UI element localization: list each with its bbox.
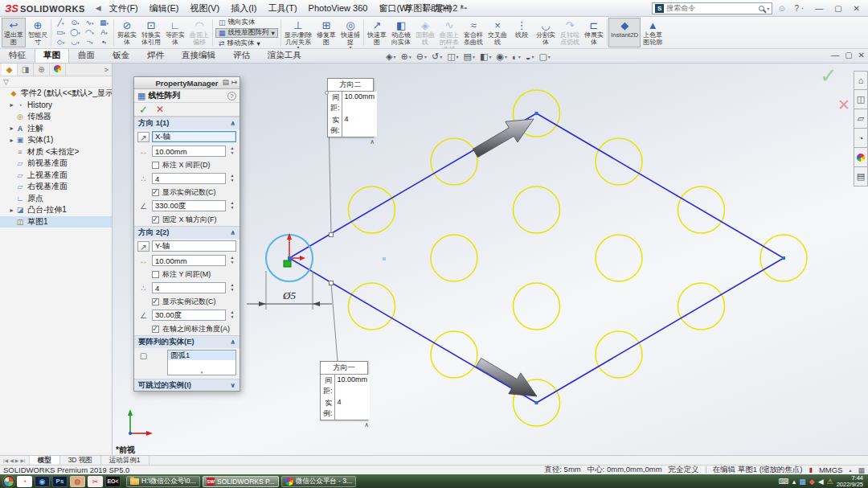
tree-item[interactable]: ▸▣实体(1) (0, 134, 112, 146)
file-explorer-icon[interactable]: ▱ (854, 109, 868, 129)
tool-caret-icon[interactable]: ▾ (107, 21, 109, 26)
tree-item[interactable]: ▸◔History (0, 100, 112, 112)
caret-icon[interactable]: ▾ (531, 54, 534, 59)
direction1-spacing-field[interactable]: 10.00mm (152, 146, 226, 157)
tool-caret-icon[interactable]: ▾ (77, 21, 80, 26)
leader-handle[interactable] (330, 281, 334, 285)
taskbar-window-solidworks[interactable]: SWSOLIDWORKS P... (203, 476, 279, 487)
tab-评估[interactable]: 评估 (224, 47, 259, 63)
ribbon-button[interactable]: ⊕智能尺 寸 (26, 18, 50, 47)
ribbon-button[interactable]: ⋮线段 (510, 18, 534, 47)
tool-caret-icon[interactable]: ▾ (257, 39, 260, 47)
direction2-count-field[interactable]: 4 (152, 282, 226, 293)
tool-caret-icon[interactable]: ▾ (78, 31, 80, 35)
pm-help-icon[interactable]: ? (227, 92, 236, 100)
ribbon-button[interactable]: ⊏伸展实 体 (582, 18, 606, 47)
previous-view-icon[interactable]: ↺▾ (430, 51, 444, 62)
expand-arrow-icon[interactable]: ▸ (8, 125, 15, 132)
angle-between-checkbox[interactable] (152, 326, 159, 333)
ribbon-button[interactable]: ◫镜向实体 (215, 18, 278, 27)
origin-anchor-icon[interactable] (284, 260, 291, 267)
tab-特征[interactable]: 特征 (0, 47, 35, 63)
tray-network-icon[interactable]: ⚠ (827, 478, 833, 486)
tab-featuremanager[interactable]: ◆ (2, 64, 18, 76)
doc-restore-icon[interactable]: ▢ (845, 51, 852, 59)
close-icon[interactable]: ✕ (850, 4, 863, 13)
menu-item[interactable]: 插入(I) (225, 2, 262, 14)
ribbon-button[interactable]: ⊥显示/删除 几何关系▾ (282, 18, 314, 47)
status-units[interactable]: MMGS (819, 465, 843, 474)
menu-collapse-icon[interactable]: ◀ (96, 4, 101, 12)
direction2-header[interactable]: 方向 2(2)∧ (134, 227, 240, 239)
show-count2-checkbox[interactable] (152, 298, 159, 306)
origin-point[interactable] (288, 256, 292, 260)
callout-row-value[interactable]: 4 (342, 114, 378, 137)
tool-caret-icon[interactable]: ▾ (63, 40, 65, 45)
entities-header[interactable]: 要阵列的实体(E)∧ (134, 336, 240, 348)
sketch-entity-tool-icon[interactable]: ⊙▾ (68, 18, 82, 27)
dimension-text[interactable]: Ø5 (282, 289, 296, 301)
taskbar-window-browser-wheel[interactable]: 微信公众平台 - 3... (281, 476, 356, 487)
caret-icon[interactable]: ▾ (489, 54, 491, 59)
tool-caret-icon[interactable]: ▾ (91, 40, 93, 45)
tree-item[interactable]: ▸A注解 (0, 123, 112, 135)
photoshop-icon[interactable]: Ps (52, 476, 68, 487)
model-tab-model[interactable]: 模型 (30, 456, 60, 465)
model-tab-3d-views[interactable]: 3D 视图 (60, 456, 101, 465)
tool-caret-icon[interactable]: ▾ (104, 40, 107, 45)
pattern-direction-arrow[interactable] (476, 358, 537, 396)
caret-icon[interactable]: ▾ (473, 54, 475, 59)
tool-caret-icon[interactable]: ▾ (63, 31, 66, 35)
callout-row-value[interactable]: 10.00mm (334, 375, 371, 397)
ribbon-button[interactable]: ↩退出草 图 (2, 18, 26, 47)
tab-钣金[interactable]: 钣金 (104, 47, 138, 63)
fix-x-axis-checkbox[interactable] (152, 216, 159, 223)
caret-icon[interactable]: ▾ (440, 54, 442, 59)
callout-direction1[interactable]: 方向一 间距:10.00mm实例:4 ∧ (320, 361, 368, 420)
callout-attach-handle[interactable] (325, 91, 329, 95)
ribbon-button[interactable]: ⊞修复草 图 (314, 18, 338, 47)
menu-item[interactable]: PhotoView 360 (303, 2, 374, 14)
ribbon-button[interactable]: ◡分割实 体 (534, 18, 558, 47)
pattern-axis-lines[interactable] (289, 113, 784, 403)
menu-item[interactable]: 视图(V) (184, 2, 225, 14)
spinner[interactable]: ▲▼ (228, 146, 236, 156)
app-eoc-icon[interactable]: EO< (105, 476, 121, 487)
sketch-entity-tool-icon[interactable]: ▭▾ (54, 28, 68, 37)
scenes-icon[interactable] (854, 148, 868, 167)
collapse-icon[interactable]: ∧ (231, 229, 236, 236)
resize-handle[interactable]: ● (200, 370, 203, 375)
callout-direction2[interactable]: 方向二 间距:10.00mm实例:4 ∧ (327, 78, 374, 137)
tool-caret-icon[interactable]: ▾ (92, 21, 94, 26)
collapse-icon[interactable]: ∧ (231, 120, 236, 127)
show-count1-checkbox[interactable] (152, 189, 159, 196)
view-settings-icon[interactable]: ▢▾ (537, 51, 551, 62)
display-style-icon[interactable]: ◧▾ (478, 51, 493, 62)
units-caret-icon[interactable]: ▴ (849, 467, 851, 473)
menu-item[interactable]: 编辑(E) (144, 2, 185, 14)
caret-icon[interactable]: ▾ (505, 54, 507, 59)
tab-曲面[interactable]: 曲面 (69, 47, 104, 63)
ribbon-button[interactable]: ▦线性草图阵列▾ (215, 28, 278, 38)
callout-row-value[interactable]: 4 (334, 397, 371, 420)
tab-propertymanager[interactable]: ◨ (18, 64, 34, 76)
tool-caret-icon[interactable]: ▾ (105, 31, 108, 35)
custom-properties-icon[interactable]: ▤ (854, 167, 868, 187)
sketch-entity-tool-icon[interactable]: ◇▾ (54, 38, 68, 47)
search-input[interactable] (666, 4, 756, 12)
tree-item[interactable]: ▸◪凸台-拉伸1 (0, 204, 112, 216)
tree-filter[interactable]: ▽ (0, 76, 112, 88)
sketch-entity-tool-icon[interactable]: ◠▾ (83, 28, 96, 37)
tree-item[interactable]: ◎传感器 (0, 111, 112, 123)
hide-show-items-icon[interactable]: ◉▾ (494, 51, 509, 62)
doc-minimize-icon[interactable]: — (831, 51, 839, 59)
sketch-entity-tool-icon[interactable]: ▦▾ (97, 18, 111, 27)
sketch-point[interactable] (383, 257, 386, 260)
tool-caret-icon[interactable]: ▾ (62, 21, 64, 26)
pattern-entity-item[interactable]: 圆弧1 (168, 351, 235, 360)
ribbon-button[interactable]: ◎快速捕 捉▾ (338, 18, 362, 47)
menu-item[interactable]: 文件(F) (104, 2, 144, 14)
tab-直接编辑[interactable]: 直接编辑 (173, 47, 224, 63)
model-tab-motion-study[interactable]: 运动算例1 (101, 456, 149, 465)
confirm-cancel-icon[interactable]: ✕ (837, 96, 850, 114)
